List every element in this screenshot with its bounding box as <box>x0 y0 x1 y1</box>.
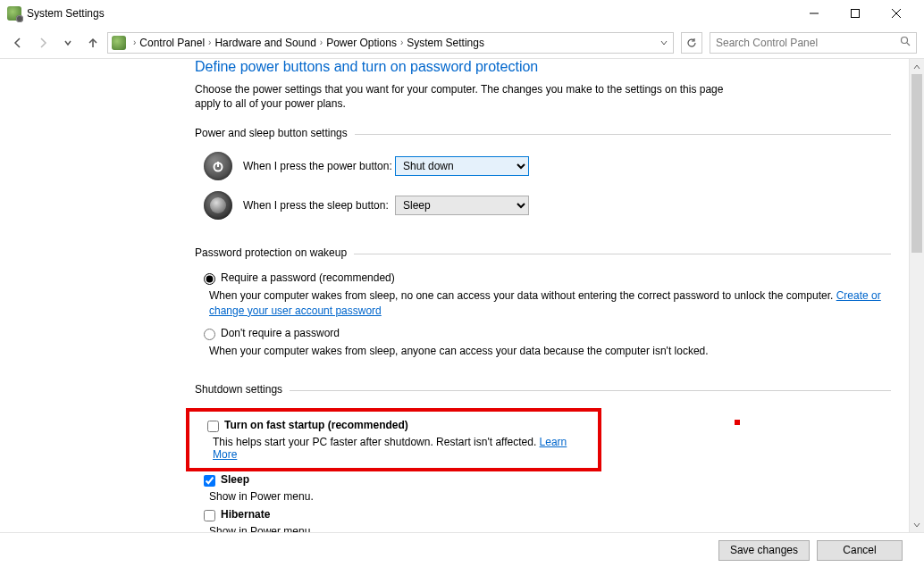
sleep-icon <box>204 191 232 220</box>
navbar: › Control Panel › Hardware and Sound › P… <box>0 27 924 59</box>
no-password-desc: When your computer wakes from sleep, any… <box>209 344 891 358</box>
svg-line-6 <box>907 43 910 46</box>
cancel-button[interactable]: Cancel <box>817 540 903 561</box>
sleep-check-label: Sleep <box>221 473 249 486</box>
breadcrumb[interactable]: › Control Panel › Hardware and Sound › P… <box>107 32 674 54</box>
content-area: Define power buttons and turn on passwor… <box>0 59 924 532</box>
highlight-fast-startup: Turn on fast startup (recommended) This … <box>186 408 601 471</box>
forward-button[interactable] <box>32 32 54 54</box>
breadcrumb-item[interactable]: Hardware and Sound <box>214 37 315 49</box>
sleep-button-select[interactable]: Sleep <box>395 196 529 215</box>
recent-dropdown[interactable] <box>57 32 79 54</box>
page-heading: Define power buttons and turn on passwor… <box>195 59 891 75</box>
group-label: Shutdown settings <box>195 383 290 396</box>
sleep-checkbox[interactable] <box>204 475 215 487</box>
breadcrumb-icon <box>112 36 126 50</box>
sleep-button-label: When I press the sleep button: <box>243 199 395 212</box>
require-password-desc: When your computer wakes from sleep, no … <box>209 288 891 317</box>
chevron-right-icon: › <box>208 38 211 47</box>
chevron-right-icon: › <box>320 38 323 47</box>
power-button-label: When I press the power button: <box>243 160 395 172</box>
fast-startup-checkbox[interactable] <box>207 421 219 432</box>
fast-startup-label: Turn on fast startup (recommended) <box>224 419 408 431</box>
group-shutdown: Shutdown settings Turn on fast startup (… <box>195 383 891 532</box>
close-button[interactable] <box>876 0 917 27</box>
up-button[interactable] <box>82 32 104 54</box>
window-controls <box>794 0 917 27</box>
page-description: Choose the power settings that you want … <box>195 82 731 111</box>
footer: Save changes Cancel <box>0 532 924 567</box>
search-input[interactable] <box>716 37 900 49</box>
search-icon <box>900 36 911 49</box>
annotation-dot <box>735 420 740 425</box>
group-power-sleep: Power and sleep button settings When I p… <box>195 127 891 230</box>
no-password-radio[interactable] <box>204 329 215 340</box>
back-button[interactable] <box>7 32 29 54</box>
maximize-button[interactable] <box>835 0 876 27</box>
require-password-label: Require a password (recommended) <box>221 271 395 284</box>
chevron-down-icon[interactable] <box>660 39 668 46</box>
refresh-button[interactable] <box>681 32 702 54</box>
breadcrumb-item[interactable]: Power Options <box>326 37 397 49</box>
no-password-label: Don't require a password <box>221 327 340 339</box>
search-box[interactable] <box>710 32 917 54</box>
minimize-button[interactable] <box>794 0 835 27</box>
breadcrumb-item[interactable]: Control Panel <box>139 37 205 49</box>
svg-rect-1 <box>852 9 860 17</box>
scroll-down-icon[interactable] <box>910 517 924 532</box>
window-title: System Settings <box>27 7 794 20</box>
group-label: Power and sleep button settings <box>195 127 355 139</box>
fast-startup-desc: This helps start your PC faster after sh… <box>213 436 589 461</box>
require-password-radio[interactable] <box>204 273 215 285</box>
power-icon <box>204 152 232 180</box>
group-password: Password protection on wakeup Require a … <box>195 246 891 367</box>
breadcrumb-item[interactable]: System Settings <box>407 37 484 49</box>
group-label: Password protection on wakeup <box>195 246 354 259</box>
hibernate-check-label: Hibernate <box>221 508 270 521</box>
scrollbar[interactable] <box>909 59 924 532</box>
hibernate-checkbox[interactable] <box>204 510 215 521</box>
sleep-check-desc: Show in Power menu. <box>209 490 891 503</box>
app-icon <box>7 6 21 21</box>
hibernate-check-desc: Show in Power menu. <box>209 525 891 532</box>
titlebar: System Settings <box>0 0 924 27</box>
save-button[interactable]: Save changes <box>718 540 810 561</box>
power-button-select[interactable]: Shut down <box>395 156 529 176</box>
main-content: Define power buttons and turn on passwor… <box>0 59 909 532</box>
scroll-up-icon[interactable] <box>910 59 924 74</box>
chevron-right-icon: › <box>400 38 403 47</box>
svg-point-5 <box>902 38 908 44</box>
scrollbar-thumb[interactable] <box>911 74 922 253</box>
chevron-right-icon: › <box>133 38 136 47</box>
